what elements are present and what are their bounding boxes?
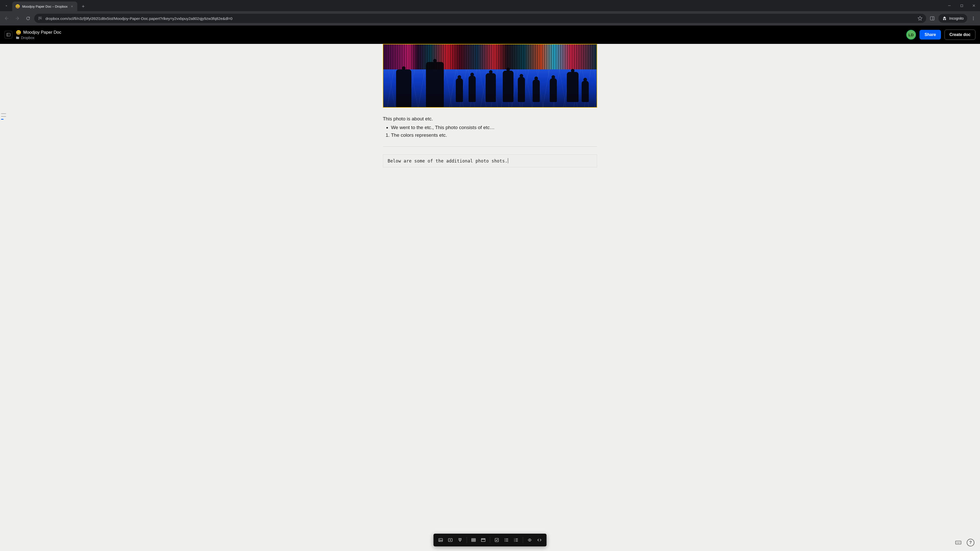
insert-video-button[interactable] bbox=[446, 536, 455, 545]
browser-menu-button[interactable] bbox=[969, 14, 978, 23]
svg-point-2 bbox=[973, 17, 974, 17]
toolbar-separator bbox=[467, 537, 467, 543]
document-body[interactable]: This photo is about etc. We went to the … bbox=[383, 44, 597, 300]
browser-toolbar: dropbox.com/scl/fi/n3zfj9fyi392l1d8x5ist… bbox=[0, 11, 980, 25]
window-close-button[interactable] bbox=[968, 1, 980, 10]
svg-point-7 bbox=[439, 539, 440, 540]
svg-point-14 bbox=[504, 541, 505, 542]
document-scroll[interactable]: This photo is about etc. We went to the … bbox=[0, 44, 980, 551]
embedded-image[interactable] bbox=[383, 44, 597, 108]
user-avatar[interactable]: LD bbox=[906, 30, 916, 40]
address-bar[interactable]: dropbox.com/scl/fi/n3zfj9fyi392l1d8x5ist… bbox=[34, 14, 926, 23]
browser-tab-active[interactable]: 😃 Moodjoy Paper Doc – Dropbox bbox=[12, 2, 77, 11]
arrow-right-icon bbox=[15, 16, 20, 21]
tune-icon bbox=[38, 16, 42, 21]
list-bulleted-icon bbox=[504, 537, 509, 543]
plus-icon bbox=[81, 4, 85, 8]
toolbar-separator bbox=[490, 537, 490, 543]
insert-divider-button[interactable] bbox=[525, 536, 535, 545]
svg-text:3: 3 bbox=[514, 540, 515, 542]
svg-rect-1 bbox=[931, 17, 934, 20]
sidebar-icon bbox=[6, 32, 11, 37]
incognito-icon bbox=[942, 16, 947, 21]
help-button[interactable]: ? bbox=[967, 539, 974, 546]
window-maximize-button[interactable] bbox=[956, 1, 968, 10]
list-item[interactable]: We went to the etc., This photo consists… bbox=[391, 124, 597, 132]
tab-close-button[interactable] bbox=[70, 4, 74, 9]
folder-icon bbox=[16, 36, 19, 40]
insert-code-button[interactable] bbox=[535, 536, 544, 545]
tab-search-dropdown[interactable] bbox=[2, 2, 11, 10]
paragraph[interactable]: This photo is about etc. bbox=[383, 115, 597, 123]
share-button[interactable]: Share bbox=[920, 30, 941, 40]
create-doc-button[interactable]: Create doc bbox=[945, 30, 975, 40]
incognito-label: Incognito bbox=[949, 16, 964, 21]
insert-dropbox-button[interactable] bbox=[455, 536, 465, 545]
svg-rect-18 bbox=[956, 541, 961, 545]
image-icon bbox=[438, 537, 443, 543]
divider-icon bbox=[527, 537, 532, 543]
insert-numbered-list-button[interactable]: 123 bbox=[512, 536, 521, 545]
tab-favicon-icon: 😃 bbox=[15, 4, 20, 9]
nav-back-button[interactable] bbox=[2, 14, 11, 23]
breadcrumb-label: Dropbox bbox=[21, 36, 35, 40]
tab-strip: 😃 Moodjoy Paper Doc – Dropbox bbox=[0, 0, 980, 11]
insert-timeline-button[interactable] bbox=[479, 536, 488, 545]
insert-toolbar: 123 bbox=[434, 534, 547, 546]
svg-point-3 bbox=[973, 18, 974, 19]
svg-point-13 bbox=[504, 540, 505, 540]
site-info-button[interactable] bbox=[38, 16, 42, 21]
insert-table-button[interactable] bbox=[469, 536, 478, 545]
code-block[interactable]: Below are some of the additional photo s… bbox=[383, 154, 597, 167]
doc-title[interactable]: Moodjoy Paper Doc bbox=[23, 30, 61, 35]
sidebar-toggle-button[interactable] bbox=[5, 31, 12, 38]
close-icon bbox=[972, 4, 975, 7]
close-icon bbox=[70, 5, 73, 8]
panel-icon bbox=[930, 16, 935, 21]
insert-checklist-button[interactable] bbox=[492, 536, 501, 545]
new-tab-button[interactable] bbox=[80, 3, 87, 10]
image-content bbox=[383, 44, 597, 107]
content-area: This photo is about etc. We went to the … bbox=[0, 44, 980, 551]
window-controls bbox=[943, 1, 980, 10]
reload-icon bbox=[25, 16, 30, 21]
svg-point-12 bbox=[504, 538, 505, 539]
table-icon bbox=[471, 537, 476, 543]
svg-rect-5 bbox=[6, 33, 10, 36]
text-block[interactable]: This photo is about etc. We went to the … bbox=[383, 115, 597, 139]
checkbox-icon bbox=[494, 537, 500, 543]
incognito-indicator[interactable]: Incognito bbox=[939, 14, 967, 23]
list-item[interactable]: The colors represents etc. bbox=[391, 131, 597, 139]
svg-point-4 bbox=[973, 19, 974, 20]
doc-meta: 😃 Moodjoy Paper Doc Dropbox bbox=[16, 30, 61, 40]
kebab-icon bbox=[971, 16, 976, 21]
window-minimize-button[interactable] bbox=[943, 1, 956, 10]
code-text[interactable]: Below are some of the additional photo s… bbox=[388, 159, 508, 164]
horizontal-rule[interactable] bbox=[383, 146, 597, 147]
nav-forward-button[interactable] bbox=[13, 14, 22, 23]
doc-emoji-icon: 😃 bbox=[16, 30, 21, 35]
tab-title: Moodjoy Paper Doc – Dropbox bbox=[22, 5, 68, 8]
app-header: 😃 Moodjoy Paper Doc Dropbox LD Share Cre… bbox=[0, 25, 980, 44]
maximize-icon bbox=[960, 4, 963, 7]
svg-rect-0 bbox=[961, 5, 963, 6]
code-icon bbox=[537, 537, 542, 543]
breadcrumb[interactable]: Dropbox bbox=[16, 36, 61, 40]
bulleted-list[interactable]: We went to the etc., This photo consists… bbox=[383, 124, 597, 132]
bookmark-button[interactable] bbox=[918, 16, 923, 21]
url-text: dropbox.com/scl/fi/n3zfj9fyi392l1d8x5ist… bbox=[45, 16, 915, 21]
side-panel-button[interactable] bbox=[928, 14, 937, 23]
keyboard-shortcuts-button[interactable] bbox=[955, 539, 962, 546]
svg-rect-9 bbox=[472, 538, 476, 541]
browser-chrome: 😃 Moodjoy Paper Doc – Dropbox bbox=[0, 0, 980, 25]
insert-image-button[interactable] bbox=[436, 536, 445, 545]
star-outline-icon bbox=[918, 16, 923, 21]
video-icon bbox=[448, 537, 453, 543]
timeline-icon bbox=[481, 537, 486, 543]
insert-bulleted-list-button[interactable] bbox=[502, 536, 511, 545]
chevron-down-icon bbox=[5, 4, 8, 8]
svg-rect-11 bbox=[495, 538, 498, 541]
nav-reload-button[interactable] bbox=[24, 14, 33, 23]
numbered-list[interactable]: The colors represents etc. bbox=[383, 131, 597, 139]
text-caret bbox=[508, 158, 508, 163]
